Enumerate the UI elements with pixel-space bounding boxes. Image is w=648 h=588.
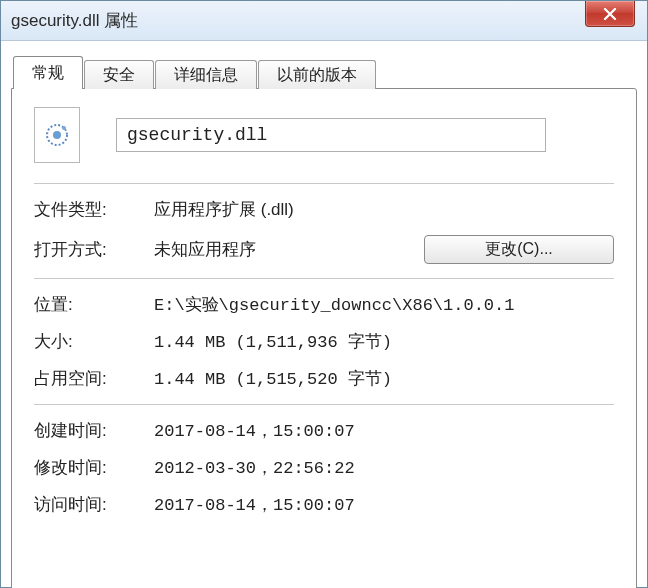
svg-point-1 [53,131,61,139]
row-size-on-disk: 占用空间: 1.44 MB (1,515,520 字节) [34,367,614,390]
accessed-label: 访问时间: [34,493,154,516]
tabstrip: 常规 安全 详细信息 以前的版本 [11,55,637,88]
opens-with-value: 未知应用程序 [154,238,256,261]
file-type-label: 文件类型: [34,198,154,221]
row-opens-with: 打开方式: 未知应用程序 更改(C)... [34,235,614,264]
opens-with-label: 打开方式: [34,238,154,261]
svg-point-2 [62,126,66,130]
file-type-icon [34,107,80,163]
file-header: gsecurity.dll [34,107,614,163]
tab-general[interactable]: 常规 [13,56,83,89]
window-title: gsecurity.dll 属性 [11,9,138,32]
location-value: E:\实验\gsecurity_downcc\X86\1.0.0.1 [154,293,514,316]
separator [34,404,614,405]
properties-window: gsecurity.dll 属性 常规 安全 详细信息 以前的版本 [0,0,648,588]
location-label: 位置: [34,293,154,316]
content-area: 常规 安全 详细信息 以前的版本 gsecurity.dll 文件类型: [1,41,647,588]
row-size: 大小: 1.44 MB (1,511,936 字节) [34,330,614,353]
row-accessed: 访问时间: 2017-08-14，15:00:07 [34,493,614,516]
size-on-disk-label: 占用空间: [34,367,154,390]
size-label: 大小: [34,330,154,353]
size-value: 1.44 MB (1,511,936 字节) [154,330,392,353]
row-modified: 修改时间: 2012-03-30，22:56:22 [34,456,614,479]
created-label: 创建时间: [34,419,154,442]
row-file-type: 文件类型: 应用程序扩展 (.dll) [34,198,614,221]
tab-panel-general: gsecurity.dll 文件类型: 应用程序扩展 (.dll) 打开方式: … [11,88,637,588]
created-value: 2017-08-14，15:00:07 [154,419,355,442]
row-created: 创建时间: 2017-08-14，15:00:07 [34,419,614,442]
separator [34,183,614,184]
tab-security[interactable]: 安全 [84,60,154,89]
close-button[interactable] [585,1,635,27]
separator [34,278,614,279]
row-location: 位置: E:\实验\gsecurity_downcc\X86\1.0.0.1 [34,293,614,316]
accessed-value: 2017-08-14，15:00:07 [154,493,355,516]
modified-label: 修改时间: [34,456,154,479]
tab-details[interactable]: 详细信息 [155,60,257,89]
size-on-disk-value: 1.44 MB (1,515,520 字节) [154,367,392,390]
titlebar[interactable]: gsecurity.dll 属性 [1,1,647,41]
change-button[interactable]: 更改(C)... [424,235,614,264]
modified-value: 2012-03-30，22:56:22 [154,456,355,479]
file-type-value: 应用程序扩展 (.dll) [154,198,294,221]
close-icon [603,8,617,20]
filename-input[interactable]: gsecurity.dll [116,118,546,152]
tab-previous-versions[interactable]: 以前的版本 [258,60,376,89]
